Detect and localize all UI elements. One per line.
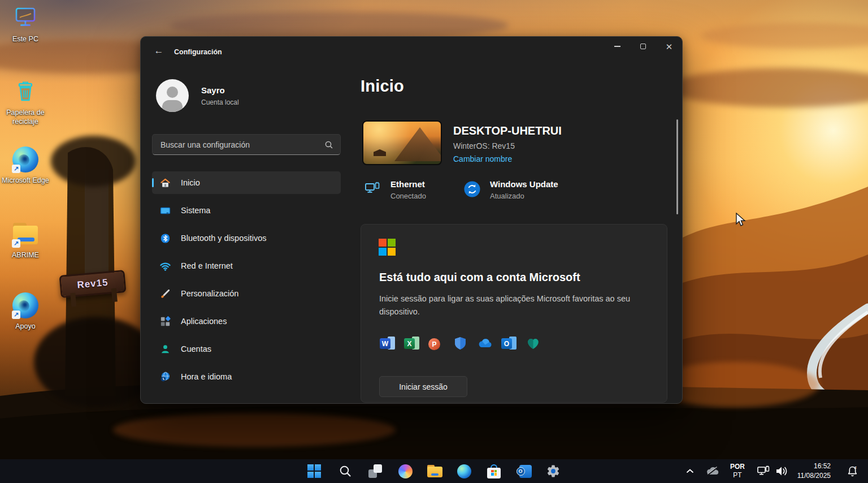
defender-icon	[453, 336, 468, 351]
desktop-icon-label: Microsoft Edge	[2, 176, 49, 186]
desktop-icon-este-pc[interactable]: Este PC	[0, 3, 51, 44]
ethernet-icon	[364, 181, 380, 199]
account-type: Cuenta local	[201, 98, 239, 106]
user-name: Sayro	[201, 85, 225, 95]
folder-icon: ↗	[11, 219, 40, 249]
nav-item-inicio[interactable]: Inicio	[152, 171, 341, 194]
windows-logo-icon	[307, 464, 321, 478]
onedrive-offline-icon	[705, 465, 720, 477]
task-view-icon	[368, 464, 382, 478]
microsoft-account-card: Está tudo aqui com a conta Microsoft Ini…	[361, 224, 667, 403]
desktop-icon-recycle-bin[interactable]: Papelera de reciclaje	[0, 77, 51, 126]
nav-item-hora-idioma[interactable]: Hora e idioma	[152, 365, 341, 388]
close-button[interactable]: ✕	[656, 37, 682, 56]
settings-search[interactable]	[152, 134, 341, 155]
desktop-icon-edge[interactable]: ↗ Microsoft Edge	[0, 145, 51, 186]
bluetooth-icon	[159, 232, 171, 244]
outlook-button[interactable]: O	[513, 462, 535, 480]
windows-update-tile[interactable]: Windows Update Atualizado	[464, 179, 558, 200]
screen: Rev15 Este PC Papelera de reci	[0, 0, 868, 483]
shortcut-arrow-icon: ↗	[12, 310, 20, 319]
language-line2: PT	[730, 471, 745, 480]
tray-chevron-button[interactable]	[680, 462, 700, 480]
speaker-icon	[775, 465, 788, 477]
family-safety-icon	[526, 336, 541, 351]
grass-glow	[113, 413, 396, 447]
task-view-button[interactable]	[364, 462, 387, 480]
edge-icon: ↗	[11, 145, 40, 174]
excel-icon: X	[404, 336, 419, 351]
store-button[interactable]	[483, 462, 505, 480]
card-body: Inicie sessão para ligar as suas aplicaç…	[379, 292, 650, 319]
wifi-icon	[159, 260, 171, 272]
nav-item-sistema[interactable]: Sistema	[152, 199, 341, 222]
nav-item-cuentas[interactable]: Cuentas	[152, 338, 341, 360]
nav-item-aplicaciones[interactable]: Aplicaciones	[152, 310, 341, 333]
settings-button[interactable]	[542, 462, 565, 480]
this-pc-icon	[11, 3, 40, 33]
nav-item-personalizacion[interactable]: Personalización	[152, 282, 341, 305]
file-explorer-button[interactable]	[423, 462, 446, 480]
copilot-button[interactable]	[394, 462, 416, 480]
scrollbar-thumb[interactable]	[676, 119, 678, 214]
settings-window: ← Configuración ✕ Sayro Cuenta local	[140, 36, 683, 404]
file-explorer-icon	[427, 465, 442, 477]
desktop-icon-apoyo[interactable]: ↗ Apoyo	[0, 291, 51, 331]
back-button[interactable]: ←	[150, 45, 168, 57]
nav-item-red[interactable]: Red e Internet	[152, 255, 341, 277]
nav-item-partial[interactable]	[152, 393, 341, 404]
card-title: Está tudo aqui com a conta Microsoft	[379, 271, 580, 284]
device-name: DESKTOP-UHETRUI	[453, 124, 562, 137]
sign-in-button[interactable]: Iniciar sessão	[379, 376, 467, 397]
outlook-icon: O	[501, 336, 517, 351]
gamepad-icon	[159, 399, 171, 404]
start-button[interactable]	[303, 462, 326, 480]
desktop-icon-abrime[interactable]: ↗ ABRIME	[0, 219, 51, 260]
search-icon	[324, 140, 333, 149]
desktop-icon-label: Este PC	[12, 35, 38, 44]
tray-time: 16:52	[797, 462, 831, 471]
edge-icon	[457, 464, 471, 478]
volume-tray-button[interactable]	[771, 462, 792, 480]
device-os: WinterOS: Rev15	[453, 141, 515, 150]
store-icon	[487, 464, 501, 478]
avatar[interactable]	[156, 79, 189, 112]
bell-dnd-icon: z	[845, 464, 860, 478]
notifications-button[interactable]: z	[841, 462, 863, 480]
word-icon: W	[380, 336, 395, 351]
rename-link[interactable]: Cambiar nombre	[453, 154, 512, 163]
language-indicator[interactable]: POR PT	[726, 462, 749, 480]
shortcut-arrow-icon: ↗	[12, 239, 20, 248]
minimize-button[interactable]	[604, 37, 630, 56]
powerpoint-icon: P	[428, 336, 444, 351]
edge-icon: ↗	[11, 291, 40, 320]
nav-item-bluetooth[interactable]: Bluetooth y dispositivos	[152, 227, 341, 249]
selected-indicator	[152, 178, 154, 187]
tree-shape	[51, 136, 136, 187]
maximize-button[interactable]	[630, 37, 656, 56]
svg-text:z: z	[854, 465, 857, 470]
chevron-up-icon	[685, 467, 695, 476]
edge-button[interactable]	[453, 462, 475, 480]
page-title: Inicio	[361, 77, 404, 96]
clock[interactable]: 16:52 11/08/2025	[797, 462, 831, 481]
apps-icon	[159, 316, 171, 327]
tree-shape	[34, 317, 158, 407]
microsoft-apps-row: W X P	[380, 336, 541, 351]
copilot-icon	[398, 464, 413, 478]
onedrive-icon	[477, 336, 492, 351]
onedrive-tray-button[interactable]	[702, 462, 723, 480]
search-input[interactable]	[159, 140, 324, 150]
sign-post	[111, 288, 118, 302]
sign-post	[70, 293, 76, 307]
desktop-icon-label: ABRIME	[12, 251, 39, 260]
settings-gear-icon	[546, 464, 561, 478]
window-title: Configuración	[174, 48, 222, 56]
taskbar-search-button[interactable]	[334, 462, 357, 480]
wallpaper-sign: Rev15	[59, 270, 126, 298]
search-icon	[338, 464, 352, 478]
shortcut-arrow-icon: ↗	[12, 165, 20, 173]
tray-date: 11/08/2025	[797, 471, 831, 481]
ethernet-tile[interactable]: Ethernet Conectado	[364, 179, 426, 200]
titlebar: ← Configuración ✕	[141, 37, 682, 64]
